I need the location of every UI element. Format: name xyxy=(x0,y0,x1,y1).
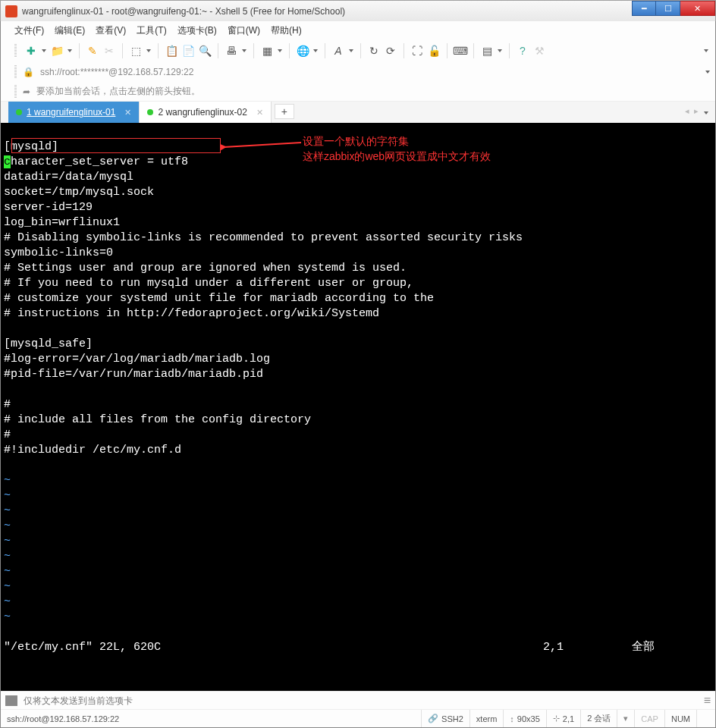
menu-edit[interactable]: 编辑(E) xyxy=(55,24,85,37)
find-icon[interactable]: 🔍 xyxy=(198,44,212,58)
maximize-button[interactable]: ☐ xyxy=(656,1,680,16)
disconnect-icon[interactable]: ✂ xyxy=(102,44,116,58)
compose-menu-icon[interactable]: ≡ xyxy=(704,694,711,708)
compose-input[interactable] xyxy=(24,695,698,706)
toolbar-separator xyxy=(473,43,474,58)
toolbar-separator xyxy=(122,43,123,58)
toolbar: ✚ 📁 ✎ ✂ ⬚ 📋 📄 🔍 🖶 ▦ 🌐 A ↻ ⟳ ⛶ 🔓 ⌨ ▤ ? ⚒ xyxy=(1,39,715,62)
toolbar-separator xyxy=(79,43,80,58)
globe-dropdown[interactable] xyxy=(312,44,319,58)
tab-bar: 1 wangruifenglinux-01 ✕ 2 wangrufienglin… xyxy=(1,102,715,123)
view1-dropdown[interactable] xyxy=(277,44,283,58)
toolbar-separator xyxy=(158,43,159,58)
tools-icon[interactable]: ⚒ xyxy=(532,44,546,58)
address-path[interactable]: ssh://root:********@192.168.57.129:22 xyxy=(40,67,193,77)
window-titlebar: wangruifenglinux-01 - root@wangruifeng-0… xyxy=(0,0,716,21)
reconnect-icon[interactable]: ✎ xyxy=(86,44,99,58)
menu-window[interactable]: 窗口(W) xyxy=(228,24,260,37)
terminal[interactable]: [mysqld] character_set_server = utf8 dat… xyxy=(1,123,715,691)
menu-file[interactable]: 文件(F) xyxy=(14,24,44,37)
open-dropdown[interactable] xyxy=(67,44,73,58)
properties-icon[interactable]: ⬚ xyxy=(129,44,143,58)
close-button[interactable]: ✕ xyxy=(680,1,715,16)
link-icon: 🔗 xyxy=(428,714,438,723)
font-dropdown[interactable] xyxy=(348,44,354,58)
window-controls: ━ ☐ ✕ xyxy=(632,1,715,16)
lock-icon: 🔒 xyxy=(23,67,34,77)
term-line: # xyxy=(4,398,11,411)
empty-lines: ~ ~ ~ ~ ~ ~ ~ ~ ~ ~ xyxy=(4,474,11,623)
tab-session-2[interactable]: 2 wangrufienglinux-02 ✕ xyxy=(140,102,271,123)
new-session-icon[interactable]: ✚ xyxy=(24,44,38,58)
toolbar-overflow[interactable] xyxy=(702,44,711,58)
sync-icon[interactable]: ⟳ xyxy=(384,44,397,58)
close-tab-icon[interactable]: ✕ xyxy=(124,108,131,118)
compose-bar: ≡ xyxy=(1,691,715,709)
term-line: datadir=/data/mysql xyxy=(4,171,133,184)
address-overflow[interactable] xyxy=(705,65,711,79)
chevron-icon[interactable]: ▾ xyxy=(623,714,628,723)
term-line: # xyxy=(4,428,11,441)
add-tab-button[interactable]: + xyxy=(275,104,294,119)
print-icon[interactable]: 🖶 xyxy=(225,44,238,58)
status-proto: SSH2 xyxy=(441,714,463,723)
term-line: log_bin=wrflinux1 xyxy=(4,216,120,229)
close-tab-icon[interactable]: ✕ xyxy=(256,108,263,118)
term-line: #pid-file=/var/run/mariadb/mariadb.pid xyxy=(4,368,263,381)
tab-next-icon[interactable]: ▸ xyxy=(694,106,699,120)
info-bar: ➦ 要添加当前会话，点击左侧的箭头按钮。 xyxy=(1,82,715,102)
properties-dropdown[interactable] xyxy=(146,44,152,58)
status-term: xterm xyxy=(476,714,498,723)
fullscreen-icon[interactable]: ⛶ xyxy=(410,44,424,58)
term-line: # instructions in http://fedoraproject.o… xyxy=(4,307,379,320)
minimize-button[interactable]: ━ xyxy=(632,1,656,16)
copy-icon[interactable]: 📋 xyxy=(165,44,178,58)
print-dropdown[interactable] xyxy=(241,44,247,58)
tab-label: 2 wangrufienglinux-02 xyxy=(158,107,247,118)
font-icon[interactable]: A xyxy=(331,44,345,58)
tab-nav: ◂ ▸ xyxy=(685,106,709,120)
term-line: #log-error=/var/log/mariadb/mariadb.log xyxy=(4,353,270,366)
layout-icon[interactable]: ▤ xyxy=(480,44,494,58)
tab-label: 1 wangruifenglinux-01 xyxy=(27,107,115,118)
term-line: haracter_set_server = utf8 xyxy=(11,155,188,168)
refresh-icon[interactable]: ↻ xyxy=(367,44,381,58)
tab-session-1[interactable]: 1 wangruifenglinux-01 ✕ xyxy=(8,102,140,123)
window-title: wangruifenglinux-01 - root@wangruifeng-0… xyxy=(22,6,345,17)
new-session-dropdown[interactable] xyxy=(41,44,47,58)
app-icon xyxy=(5,5,17,17)
tab-list-dropdown[interactable] xyxy=(703,106,709,120)
open-folder-icon[interactable]: 📁 xyxy=(50,44,64,58)
term-line: # Disabling symbolic-links is recommende… xyxy=(4,231,523,244)
lock-toolbar-icon[interactable]: 🔓 xyxy=(427,44,441,58)
status-sessions: 2 会话 xyxy=(587,713,611,724)
paste-icon[interactable]: 📄 xyxy=(181,44,195,58)
layout-dropdown[interactable] xyxy=(497,44,503,58)
menubar: 文件(F) 编辑(E) 查看(V) 工具(T) 选项卡(B) 窗口(W) 帮助(… xyxy=(1,21,715,39)
status-dot-icon xyxy=(16,109,22,115)
menu-help[interactable]: 帮助(H) xyxy=(271,24,302,37)
keyboard-icon[interactable]: ⌨ xyxy=(454,44,467,58)
term-line: [mysqld] xyxy=(4,140,58,153)
status-bar: ssh://root@192.168.57.129:22 🔗SSH2 xterm… xyxy=(1,709,715,727)
status-dot-icon xyxy=(147,109,153,115)
status-connection: ssh://root@192.168.57.129:22 xyxy=(7,714,421,723)
menu-tabs[interactable]: 选项卡(B) xyxy=(177,24,217,37)
toolbar-separator xyxy=(289,43,290,58)
help-icon[interactable]: ? xyxy=(516,44,529,58)
arrow-icon[interactable]: ➦ xyxy=(23,86,30,97)
globe-icon[interactable]: 🌐 xyxy=(296,44,309,58)
view1-icon[interactable]: ▦ xyxy=(260,44,274,58)
status-pos: 2,1 xyxy=(563,714,574,723)
term-line: [mysqld_safe] xyxy=(4,337,93,350)
toolbar-separator xyxy=(360,43,361,58)
svg-line-0 xyxy=(224,143,301,147)
send-mode-icon[interactable] xyxy=(5,695,17,706)
menu-view[interactable]: 查看(V) xyxy=(96,24,126,37)
size-icon: ↕ xyxy=(510,714,514,723)
menu-tools[interactable]: 工具(T) xyxy=(137,24,166,37)
info-hint: 要添加当前会话，点击左侧的箭头按钮。 xyxy=(36,85,200,98)
toolbar-separator xyxy=(447,43,448,58)
tab-prev-icon[interactable]: ◂ xyxy=(685,106,689,120)
toolbar-separator xyxy=(325,43,325,58)
